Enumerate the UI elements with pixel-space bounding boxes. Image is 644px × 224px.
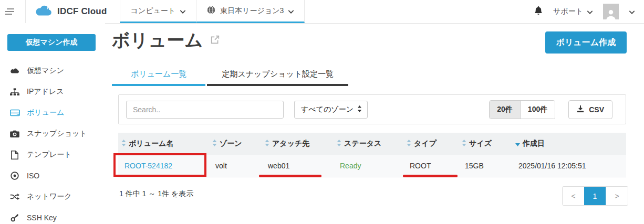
column-header-label: サイズ: [469, 139, 492, 148]
table-header-row: ボリューム名 ゾーン アタッチ先 ステータス タイプ サイズ: [118, 133, 626, 155]
cell-type: ROOT: [403, 162, 459, 170]
column-header-attached-to[interactable]: アタッチ先: [262, 139, 334, 148]
column-header-zone[interactable]: ゾーン: [209, 139, 262, 148]
column-header-size[interactable]: サイズ: [459, 139, 512, 148]
page-title-row: ボリューム: [112, 28, 220, 52]
service-menu-dropdown[interactable]: コンピュート: [120, 0, 197, 23]
topbar: IDCF Cloud コンピュート 東日本リージョン3: [0, 0, 644, 24]
hamburger-menu-icon[interactable]: [0, 0, 26, 23]
volume-table: ボリューム名 ゾーン アタッチ先 ステータス タイプ サイズ: [118, 133, 626, 177]
column-header-volume-name[interactable]: ボリューム名: [118, 139, 209, 148]
sort-icon: [337, 140, 341, 148]
sort-icon: [462, 140, 466, 148]
top-navigation: コンピュート 東日本リージョン3: [120, 0, 305, 23]
cell-size: 15GB: [459, 162, 512, 170]
bell-icon[interactable]: [534, 6, 543, 17]
sort-icon: [265, 140, 269, 148]
page-size-100-button[interactable]: 100件: [520, 101, 555, 119]
sort-icon: [407, 140, 411, 148]
column-header-status[interactable]: ステータス: [334, 139, 403, 148]
idcf-logo[interactable]: IDCF Cloud: [26, 0, 120, 23]
download-icon: [577, 105, 584, 114]
table-row: ROOT-524182 volt web01 Ready ROOT 15GB 2…: [118, 155, 626, 177]
filter-panel: すべてのゾーン 20件 100件 CSV: [118, 94, 626, 124]
select-updown-icon: [357, 105, 362, 114]
tabs: ボリューム一覧 定期スナップショット設定一覧: [112, 64, 348, 86]
chevron-down-icon: [288, 7, 294, 15]
create-volume-button[interactable]: ボリューム作成: [545, 31, 627, 54]
account-chevron-down-icon[interactable]: [629, 7, 635, 16]
column-header-label: アタッチ先: [272, 139, 309, 148]
tab-scheduled-snapshot-settings[interactable]: 定期スナップショット設定一覧: [207, 64, 348, 86]
pagination-next-button[interactable]: >: [606, 187, 628, 205]
volume-name-link[interactable]: ROOT-524182: [124, 162, 172, 170]
pagination-page-1-button[interactable]: 1: [584, 187, 606, 205]
csv-download-button[interactable]: CSV: [568, 100, 612, 119]
column-header-label: ボリューム名: [129, 139, 173, 148]
page-size-20-button[interactable]: 20件: [490, 101, 520, 119]
topbar-right: サポート: [534, 0, 644, 23]
page-title: ボリューム: [112, 28, 203, 52]
zone-select[interactable]: すべてのゾーン: [294, 101, 368, 119]
chevron-down-icon: [180, 7, 185, 15]
tab-volume-list[interactable]: ボリューム一覧: [112, 64, 205, 86]
column-header-created-date[interactable]: 作成日: [512, 139, 626, 148]
sort-icon: [212, 140, 217, 148]
cell-status: Ready: [334, 162, 403, 170]
column-header-label: ゾーン: [220, 139, 242, 148]
external-link-icon[interactable]: [211, 35, 220, 46]
service-menu-label: コンピュート: [131, 6, 176, 16]
chevron-down-icon: [587, 7, 593, 16]
main-content: ボリューム ボリューム作成 ボリューム一覧 定期スナップショット設定一覧 すべて…: [0, 23, 644, 224]
cell-zone: volt: [209, 162, 262, 170]
logo-text: IDCF Cloud: [57, 6, 107, 17]
region-menu-label: 東日本リージョン3: [220, 6, 284, 16]
region-menu-dropdown[interactable]: 東日本リージョン3: [196, 0, 305, 23]
column-header-label: 作成日: [523, 139, 545, 148]
column-header-type[interactable]: タイプ: [403, 139, 459, 148]
page-size-toggle: 20件 100件: [489, 100, 555, 119]
column-header-label: ステータス: [344, 139, 381, 148]
user-avatar[interactable]: [603, 4, 619, 19]
result-summary: 1 件中 1 ～ 1件 を表示: [119, 189, 193, 199]
csv-button-label: CSV: [589, 105, 604, 114]
pagination-prev-button[interactable]: <: [563, 187, 584, 205]
pagination: < 1 >: [562, 186, 628, 206]
search-input[interactable]: [126, 101, 284, 119]
sort-desc-icon: [515, 140, 520, 148]
globe-icon: [207, 6, 215, 16]
support-dropdown[interactable]: サポート: [553, 7, 593, 16]
cell-attached-to: web01: [262, 162, 334, 170]
cell-volume-name: ROOT-524182: [118, 162, 209, 170]
support-label: サポート: [553, 7, 583, 16]
cell-created-date: 2025/01/16 12:05:51: [512, 162, 626, 170]
sort-icon: [121, 140, 126, 148]
column-header-label: タイプ: [414, 139, 437, 148]
zone-select-value: すべてのゾーン: [301, 105, 354, 114]
cloud-logo-icon: [35, 5, 53, 19]
